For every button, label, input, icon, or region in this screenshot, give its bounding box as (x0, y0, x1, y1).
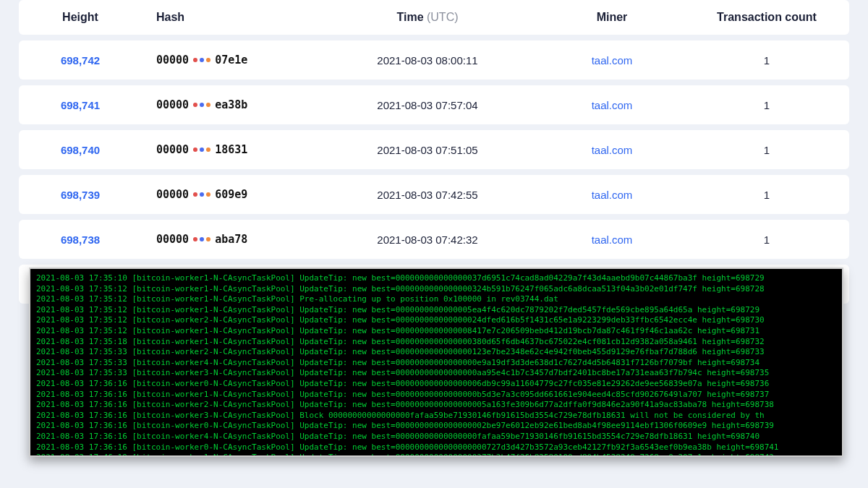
ellipsis-icon (193, 58, 210, 62)
header-hash: Hash (142, 11, 315, 24)
table-row: 698,73800000aba782021-08-03 07:42:32taal… (19, 220, 849, 259)
hash-prefix: 00000 (156, 53, 189, 67)
terminal-log: 2021-08-03 17:35:10 [bitcoin-worker1-N-C… (36, 273, 836, 457)
tx-count: 1 (684, 144, 849, 156)
tx-count: 1 (684, 99, 849, 111)
block-time: 2021-08-03 07:42:55 (315, 189, 540, 201)
block-height-link[interactable]: 698,741 (61, 99, 100, 111)
block-time: 2021-08-03 07:42:32 (315, 234, 540, 246)
header-time-label: Time (396, 11, 423, 23)
ellipsis-icon (193, 192, 210, 197)
hash-suffix: 18631 (215, 143, 247, 156)
block-height-link[interactable]: 698,738 (61, 234, 100, 246)
ellipsis-icon (193, 147, 210, 152)
miner-link[interactable]: taal.com (592, 234, 633, 246)
tx-count: 1 (684, 189, 849, 201)
ellipsis-icon (193, 237, 210, 241)
header-txcount: Transaction count (684, 11, 849, 24)
block-hash[interactable]: 00000609e9 (156, 188, 315, 201)
hash-suffix: ea38b (215, 98, 247, 111)
block-time: 2021-08-03 07:57:04 (315, 99, 540, 111)
terminal-overlay: 2021-08-03 17:35:10 [bitcoin-worker1-N-C… (29, 267, 843, 457)
header-miner: Miner (540, 11, 684, 24)
hash-prefix: 00000 (156, 143, 189, 156)
tx-count: 1 (684, 54, 849, 67)
block-height-link[interactable]: 698,740 (61, 144, 100, 156)
miner-link[interactable]: taal.com (592, 99, 633, 111)
block-height-link[interactable]: 698,739 (61, 189, 100, 201)
table-row: 698,73900000609e92021-08-03 07:42:55taal… (19, 175, 849, 214)
tx-count: 1 (684, 234, 849, 246)
miner-link[interactable]: taal.com (592, 144, 633, 156)
table-row: 698,74100000ea38b2021-08-03 07:57:04taal… (19, 85, 849, 124)
block-time: 2021-08-03 07:51:05 (315, 144, 540, 156)
hash-prefix: 00000 (156, 233, 189, 246)
table-row: 698,74000000186312021-08-03 07:51:05taal… (19, 130, 849, 169)
block-table: Height Hash Time (UTC) Miner Transaction… (0, 0, 868, 304)
ellipsis-icon (193, 103, 210, 107)
block-hash[interactable]: 0000007e1e (156, 53, 315, 67)
table-header-row: Height Hash Time (UTC) Miner Transaction… (19, 0, 849, 35)
hash-prefix: 00000 (156, 98, 189, 111)
block-hash[interactable]: 00000aba78 (156, 233, 315, 246)
hash-prefix: 00000 (156, 188, 189, 201)
miner-link[interactable]: taal.com (592, 189, 633, 201)
block-hash[interactable]: 0000018631 (156, 143, 315, 156)
block-height-link[interactable]: 698,742 (61, 54, 100, 67)
hash-suffix: aba78 (215, 233, 247, 246)
header-time-tz: (UTC) (427, 11, 459, 23)
hash-suffix: 609e9 (215, 188, 247, 201)
block-time: 2021-08-03 08:00:11 (315, 54, 540, 67)
hash-suffix: 07e1e (215, 53, 247, 67)
miner-link[interactable]: taal.com (592, 54, 633, 67)
header-time: Time (UTC) (315, 11, 540, 24)
table-row: 698,7420000007e1e2021-08-03 08:00:11taal… (19, 40, 849, 80)
header-height: Height (19, 11, 142, 24)
block-hash[interactable]: 00000ea38b (156, 98, 315, 111)
